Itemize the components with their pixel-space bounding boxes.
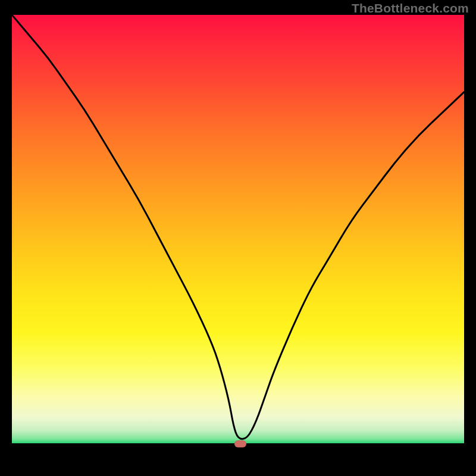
chart-frame: TheBottleneck.com <box>0 0 476 476</box>
minimum-marker <box>234 440 246 447</box>
plot-area <box>12 15 464 467</box>
bottleneck-curve <box>12 15 464 467</box>
watermark-text: TheBottleneck.com <box>352 1 469 15</box>
